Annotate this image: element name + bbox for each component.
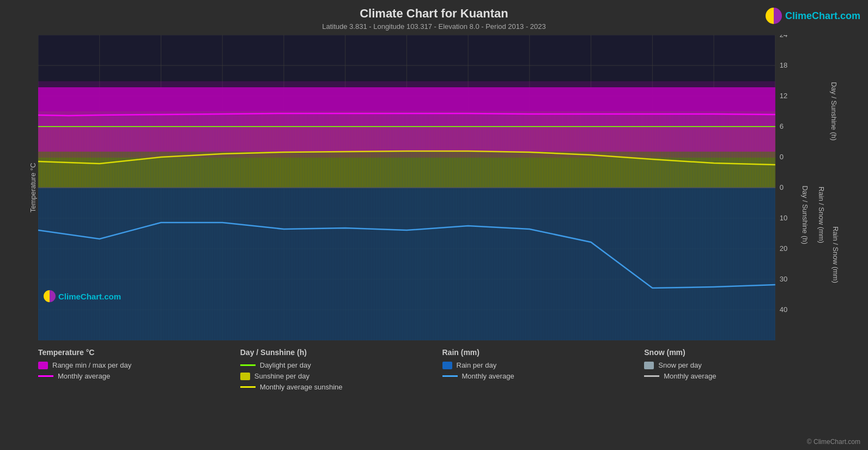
svg-text:0: 0 (780, 183, 784, 191)
legend-label-rain: Rain per day (457, 361, 497, 369)
watermark-bottom-left: ClimeChart.com (44, 290, 121, 302)
legend-line-daylight (240, 364, 256, 366)
legend-label-rain-avg: Monthly average (462, 372, 514, 380)
svg-text:6: 6 (780, 122, 784, 130)
chart-svg: Jan Feb Mar Apr May Jun Jul Aug Sep Oct … (38, 35, 835, 340)
legend-line-rain-avg (442, 375, 458, 377)
legend-swatch-temp-range (38, 362, 48, 369)
legend-title-snow: Snow (mm) (644, 348, 835, 357)
legend-label-sunshine: Sunshine per day (254, 372, 309, 380)
legend-item-sunshine-avg: Monthly average sunshine (240, 383, 432, 391)
svg-text:18: 18 (780, 61, 787, 69)
legend-item-temp-avg: Monthly average (38, 372, 229, 380)
legend-label-temp-range: Range min / max per day (52, 361, 131, 369)
chart-title: Climate Chart for Kuantan (0, 0, 868, 21)
svg-rect-28 (38, 188, 775, 340)
legend-area: Temperature °C Range min / max per day M… (0, 340, 868, 394)
left-axis-title: Temperature °C (29, 163, 37, 212)
right-axis-title-bottom: Rain / Snow (mm) (831, 226, 839, 283)
legend-item-snow-swatch: Snow per day (644, 361, 835, 369)
legend-item-daylight: Daylight per day (240, 361, 432, 369)
right-axis-title-top: Day / Sunshine (h) (830, 82, 839, 141)
legend-line-sunshine-avg (240, 386, 256, 388)
svg-text:20: 20 (780, 244, 787, 253)
legend-col-temperature: Temperature °C Range min / max per day M… (38, 348, 229, 394)
watermark-bottom-text: ClimeChart.com (58, 292, 121, 301)
svg-text:40: 40 (780, 305, 787, 314)
legend-swatch-sunshine (240, 373, 250, 380)
logo-icon-top (766, 8, 782, 24)
svg-text:Day / Sunshine (h): Day / Sunshine (h) (801, 185, 809, 244)
legend-line-temp-avg (38, 375, 53, 377)
legend-title-rain: Rain (mm) (442, 348, 634, 357)
legend-col-rain: Rain (mm) Rain per day Monthly average (442, 348, 634, 394)
copyright: © ClimeChart.com (807, 438, 860, 446)
svg-text:24: 24 (780, 35, 787, 39)
legend-swatch-snow (644, 362, 654, 369)
legend-col-snow: Snow (mm) Snow per day Monthly average (644, 348, 835, 394)
legend-item-temp-range: Range min / max per day (38, 361, 229, 369)
legend-item-rain-swatch: Rain per day (442, 361, 634, 369)
svg-text:Rain / Snow (mm): Rain / Snow (mm) (817, 187, 825, 243)
legend-swatch-rain (442, 362, 452, 369)
watermark-top-text: ClimeChart.com (785, 10, 860, 22)
chart-subtitle: Latitude 3.831 - Longitude 103.317 - Ele… (0, 22, 868, 31)
legend-item-rain-avg: Monthly average (442, 372, 634, 380)
logo-icon-bottom (44, 290, 56, 302)
legend-label-temp-avg: Monthly average (58, 372, 110, 380)
legend-item-sunshine-swatch: Sunshine per day (240, 372, 432, 380)
legend-item-snow-avg: Monthly average (644, 372, 835, 380)
legend-label-daylight: Daylight per day (260, 361, 311, 369)
legend-title-temperature: Temperature °C (38, 348, 229, 357)
legend-label-snow: Snow per day (658, 361, 702, 369)
legend-line-snow-avg (644, 375, 659, 377)
legend-title-sunshine: Day / Sunshine (h) (240, 348, 432, 357)
svg-text:12: 12 (780, 92, 787, 100)
legend-col-sunshine: Day / Sunshine (h) Daylight per day Suns… (240, 348, 432, 394)
svg-rect-36 (38, 81, 775, 158)
page-container: Climate Chart for Kuantan Latitude 3.831… (0, 0, 868, 450)
svg-text:30: 30 (780, 275, 787, 283)
legend-label-sunshine-avg: Monthly average sunshine (260, 383, 343, 391)
svg-text:10: 10 (780, 214, 787, 222)
watermark-top: ClimeChart.com (766, 8, 860, 24)
chart-area: Jan Feb Mar Apr May Jun Jul Aug Sep Oct … (38, 35, 835, 340)
legend-label-snow-avg: Monthly average (664, 372, 716, 380)
svg-text:0: 0 (780, 153, 784, 161)
